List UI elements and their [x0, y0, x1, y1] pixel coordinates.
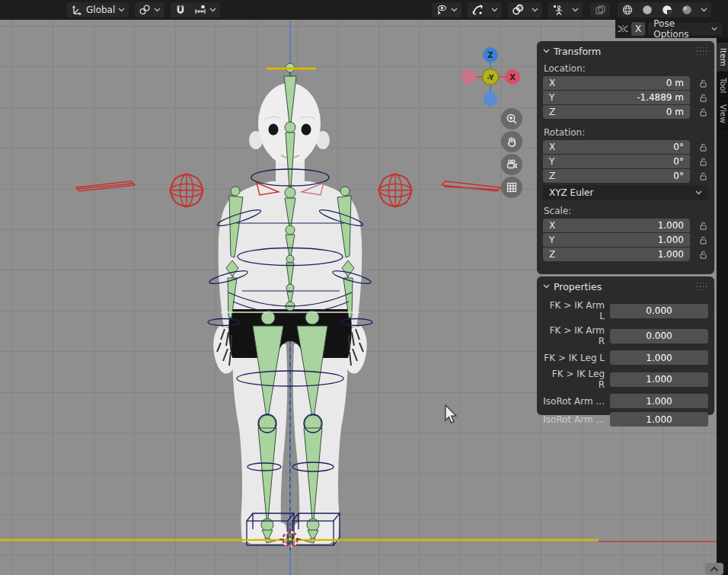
- expand-panel-button[interactable]: [705, 563, 723, 575]
- lock-open-icon[interactable]: [698, 157, 708, 167]
- pivot-point-dropdown[interactable]: [135, 2, 164, 18]
- wireframe-sphere-icon: [621, 4, 634, 16]
- tool-settings-bar: X Pose Options: [615, 20, 728, 38]
- fk-ik-arm-l-slider[interactable]: 0.000: [610, 304, 708, 318]
- gizmo-axis-x-negative[interactable]: [461, 70, 476, 85]
- axis-value: -1.4889 m: [554, 92, 684, 103]
- lock-open-icon[interactable]: [698, 107, 708, 117]
- sidebar-tab-strip: Item Tool View: [717, 20, 728, 575]
- scale-y-field[interactable]: Y 1.000: [543, 233, 690, 247]
- shading-rendered-button[interactable]: [677, 2, 697, 18]
- lock-open-icon[interactable]: [698, 142, 708, 152]
- isorot-arm-slider-1[interactable]: 1.000: [610, 394, 708, 408]
- tab-view[interactable]: View: [717, 99, 728, 129]
- hand-icon: [506, 136, 518, 148]
- location-z-field[interactable]: Z 0 m: [543, 105, 690, 119]
- axis-label: Z: [549, 249, 555, 260]
- shading-wireframe-button[interactable]: [618, 2, 637, 18]
- pose-display-dropdown[interactable]: [568, 2, 583, 18]
- rotation-x-field[interactable]: X 0°: [543, 140, 690, 154]
- gizmo-axis-z-negative[interactable]: [484, 92, 498, 107]
- property-label: IsoRot Arm ...: [543, 414, 610, 425]
- orientation-global-icon: [71, 4, 83, 16]
- toggle-perspective-button[interactable]: [501, 177, 522, 198]
- pose-options-dropdown[interactable]: Pose Options: [647, 21, 723, 37]
- gizmo-x-label: X: [509, 73, 516, 81]
- axis-value: 0°: [555, 142, 684, 152]
- rotation-y-field[interactable]: Y 0°: [543, 155, 690, 168]
- rotation-mode-dropdown[interactable]: XYZ Euler: [543, 185, 708, 200]
- panel-collapse-chevron-icon[interactable]: [543, 49, 550, 53]
- lock-open-icon[interactable]: [698, 171, 708, 181]
- chevron-down-icon: [118, 8, 125, 12]
- snap-toggle-button[interactable]: [171, 2, 190, 18]
- shading-dropdown[interactable]: [697, 2, 711, 18]
- transform-panel: Transform :::::::: Location: X 0 m Y -1.…: [537, 41, 714, 274]
- overlays-dropdown[interactable]: [528, 2, 542, 18]
- scale-z-field[interactable]: Z 1.000: [543, 248, 690, 261]
- axis-value: 0°: [554, 156, 684, 167]
- chevron-down-icon: [695, 190, 702, 195]
- shading-solid-button[interactable]: [637, 2, 657, 18]
- object-visibility-dropdown[interactable]: [432, 2, 461, 18]
- xray-icon: [594, 4, 606, 16]
- axis-label: X: [549, 78, 555, 88]
- location-y-field[interactable]: Y -1.4889 m: [543, 91, 690, 104]
- pose-options-label: Pose Options: [653, 18, 707, 40]
- lock-open-icon[interactable]: [698, 78, 708, 88]
- fk-ik-arm-r-slider[interactable]: 0.000: [610, 329, 708, 343]
- chevron-down-icon: [701, 8, 707, 12]
- property-label: FK > IK Arm L: [543, 300, 610, 321]
- property-label: FK > IK Arm R: [543, 325, 610, 347]
- chevron-down-icon: [711, 27, 717, 31]
- location-x-field[interactable]: X 0 m: [543, 76, 690, 90]
- gizmo-dropdown[interactable]: [487, 2, 502, 18]
- camera-icon: [506, 158, 518, 171]
- transform-orientation-dropdown[interactable]: Global: [67, 2, 129, 18]
- property-label: FK > IK Leg R: [543, 369, 610, 390]
- isorot-arm-slider-2[interactable]: 1.000: [610, 412, 708, 426]
- lock-open-icon[interactable]: [698, 235, 708, 245]
- lock-open-icon[interactable]: [698, 250, 708, 260]
- navigation-gizmo[interactable]: Z X -Y: [460, 46, 521, 107]
- axis-value: 0 m: [555, 78, 684, 88]
- chevron-down-icon: [154, 8, 161, 12]
- pan-button[interactable]: [501, 131, 522, 152]
- zoom-button[interactable]: [501, 108, 522, 129]
- solid-sphere-icon: [641, 4, 653, 16]
- property-label: FK > IK Leg L: [543, 353, 610, 363]
- shading-material-button[interactable]: [657, 2, 677, 18]
- lock-open-icon[interactable]: [698, 221, 708, 231]
- fk-ik-leg-r-slider[interactable]: 1.000: [610, 372, 708, 387]
- scale-x-field[interactable]: X 1.000: [543, 219, 690, 232]
- gizmo-neg-y-label: -Y: [487, 74, 494, 81]
- chevron-down-icon: [572, 8, 579, 12]
- tab-tool[interactable]: Tool: [717, 72, 728, 99]
- panel-title: Properties: [554, 281, 696, 292]
- panel-collapse-chevron-icon[interactable]: [543, 284, 550, 289]
- tab-item[interactable]: Item: [717, 43, 728, 72]
- rotation-mode-value: XYZ Euler: [549, 187, 695, 198]
- properties-panel: Properties :::::::: FK > IK Arm L 0.000 …: [537, 276, 714, 415]
- panel-drag-grip[interactable]: ::::::::: [696, 47, 708, 55]
- pose-display-toggle[interactable]: [548, 2, 568, 18]
- snap-target-dropdown[interactable]: [190, 2, 220, 18]
- rotation-label: Rotation:: [537, 125, 714, 140]
- panel-drag-grip[interactable]: ::::::::: [696, 283, 708, 290]
- show-overlays-toggle[interactable]: [508, 2, 528, 18]
- axis-label: Y: [549, 235, 554, 245]
- rendered-sphere-icon: [681, 4, 693, 16]
- chevron-down-icon: [491, 8, 498, 12]
- lock-open-icon[interactable]: [698, 93, 708, 103]
- axis-value: 1.000: [555, 249, 684, 260]
- fk-ik-leg-l-slider[interactable]: 1.000: [610, 350, 708, 365]
- toggle-xray-button[interactable]: [590, 2, 610, 18]
- show-gizmo-toggle[interactable]: [468, 2, 487, 18]
- armature-figure-icon: [552, 4, 564, 16]
- viewport-header: Global: [0, 0, 728, 20]
- camera-view-button[interactable]: [501, 154, 522, 175]
- x-mirror-toggle[interactable]: X: [631, 22, 645, 36]
- eye-cursor-icon: [436, 4, 448, 16]
- rotation-z-field[interactable]: Z 0°: [543, 169, 690, 183]
- magnifier-plus-icon: [506, 113, 518, 125]
